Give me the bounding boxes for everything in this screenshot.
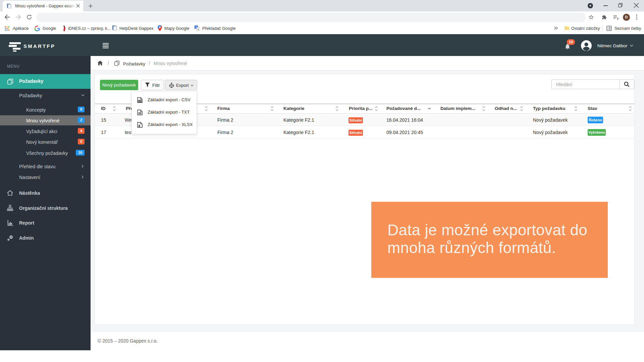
- svg-text:A: A: [197, 28, 199, 31]
